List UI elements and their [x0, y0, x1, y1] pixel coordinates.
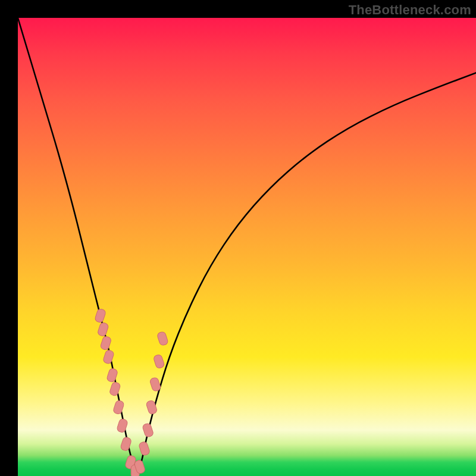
chart-frame: TheBottleneck.com [0, 0, 476, 476]
curve-marker [120, 436, 132, 451]
curve-marker [100, 336, 112, 350]
bottleneck-curve [18, 18, 476, 472]
curve-marker [117, 418, 129, 433]
curve-marker [102, 349, 114, 364]
curve-marker [138, 441, 150, 456]
curve-marker [95, 308, 107, 323]
curve-marker [112, 400, 124, 415]
plot-area [18, 18, 476, 476]
curve-marker [97, 322, 109, 337]
watermark-text: TheBottleneck.com [349, 2, 471, 18]
curve-marker [153, 354, 165, 369]
curve-marker [149, 377, 161, 392]
marker-layer [95, 308, 169, 476]
curve-marker [107, 368, 118, 383]
curve-marker [109, 381, 121, 396]
curve-layer [18, 18, 476, 472]
curve-marker [156, 331, 168, 346]
curve-marker [142, 422, 154, 437]
chart-svg [18, 18, 476, 476]
